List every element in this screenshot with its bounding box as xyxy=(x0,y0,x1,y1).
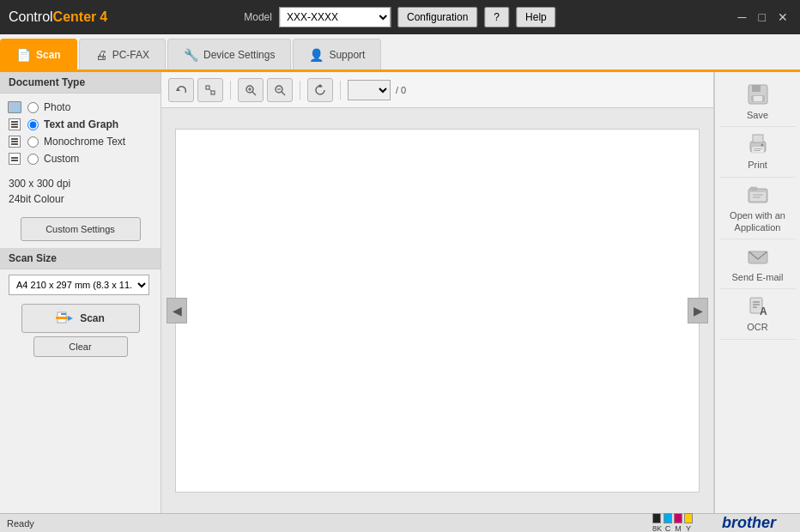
svg-point-25 xyxy=(761,144,763,147)
ink-bar-m: M xyxy=(674,513,682,532)
fit-button[interactable] xyxy=(197,78,223,102)
dpi-info: 300 x 300 dpi xyxy=(9,176,152,191)
scan-size-section: A4 210 x 297 mm (8.3 x 11.7... Scan Clea… xyxy=(0,269,161,366)
print-action-button[interactable]: Print xyxy=(720,127,796,177)
undo-button[interactable] xyxy=(168,78,194,102)
svg-line-13 xyxy=(282,92,285,95)
model-select[interactable]: XXX-XXXX xyxy=(279,7,391,27)
undo-icon xyxy=(174,83,188,97)
doc-type-text-graph-radio[interactable] xyxy=(27,119,39,130)
ocr-action-button[interactable]: A OCR xyxy=(720,289,796,339)
toolbar-sep1 xyxy=(230,81,231,100)
doc-type-text-graph[interactable]: Text and Graph xyxy=(3,116,157,133)
svg-marker-2 xyxy=(68,316,73,321)
tab-scan[interactable]: 📄 Scan xyxy=(0,39,77,70)
help-button[interactable]: Help xyxy=(516,7,556,27)
scan-button[interactable]: Scan xyxy=(21,304,140,333)
ocr-icon: A xyxy=(746,294,770,318)
fit-icon xyxy=(203,83,217,97)
svg-rect-22 xyxy=(752,147,764,153)
photo-doc-icon xyxy=(7,100,22,114)
pcfax-tab-icon: 🖨 xyxy=(95,48,107,62)
tab-support[interactable]: 👤 Support xyxy=(293,39,381,70)
ink-indicators: 8K C M Y xyxy=(652,513,693,532)
ink-label-k: 8K xyxy=(652,524,662,532)
right-panel: Save Print xyxy=(714,72,800,513)
refresh-button[interactable] xyxy=(307,78,333,102)
svg-rect-24 xyxy=(754,150,761,151)
tab-support-label: Support xyxy=(329,49,365,61)
zoom-out-button[interactable] xyxy=(267,78,293,102)
app-title: Control Center 4 xyxy=(9,9,107,25)
brother-logo: brother xyxy=(722,514,776,532)
svg-rect-28 xyxy=(750,192,766,201)
clear-button[interactable]: Clear xyxy=(33,336,128,357)
ink-level-c xyxy=(664,513,672,523)
titlebar: Control Center 4 Model XXX-XXXX Configur… xyxy=(0,0,800,34)
status-text: Ready xyxy=(7,518,34,529)
tab-device-settings-label: Device Settings xyxy=(203,49,275,61)
ink-label-c: C xyxy=(665,524,671,532)
close-button[interactable]: ✕ xyxy=(774,10,791,24)
doc-type-photo-radio[interactable] xyxy=(27,102,39,113)
scan-size-select[interactable]: A4 210 x 297 mm (8.3 x 11.7... xyxy=(9,275,149,295)
zoom-out-icon xyxy=(273,83,287,97)
email-icon xyxy=(746,245,770,269)
tab-device-settings[interactable]: 🔧 Device Settings xyxy=(167,39,291,70)
tab-pcfax[interactable]: 🖨 PC-FAX xyxy=(79,39,166,70)
svg-text:A: A xyxy=(760,305,767,317)
left-panel: Document Type Photo Text and Graph xyxy=(0,72,161,513)
question-button[interactable]: ? xyxy=(484,7,509,27)
text-graph-doc-icon xyxy=(7,118,22,131)
titlebar-controls: ─ □ ✕ xyxy=(735,10,791,24)
open-app-action-label: Open with an Application xyxy=(722,209,794,234)
doc-type-custom[interactable]: Custom xyxy=(3,150,157,167)
main-container: 📄 Scan 🖨 PC-FAX 🔧 Device Settings 👤 Supp… xyxy=(0,34,800,532)
ink-bar-k: 8K xyxy=(652,513,662,532)
doc-type-custom-label: Custom xyxy=(44,153,79,165)
nav-left-button[interactable]: ◀ xyxy=(167,298,187,323)
svg-rect-1 xyxy=(56,317,68,319)
doc-type-custom-radio[interactable] xyxy=(27,154,39,165)
preview-content xyxy=(175,129,700,493)
page-select[interactable] xyxy=(348,80,391,100)
page-count: / 0 xyxy=(396,85,406,95)
ink-level-k xyxy=(652,513,661,523)
titlebar-center: Model XXX-XXXX Configuration ? Help xyxy=(244,7,555,27)
zoom-in-icon xyxy=(244,83,258,97)
maximize-button[interactable]: □ xyxy=(755,10,769,24)
status-bar: Ready 8K C M Y brot xyxy=(0,513,800,532)
open-app-icon xyxy=(746,183,770,207)
doc-type-mono-radio[interactable] xyxy=(27,136,39,148)
scan-size-header: Scan Size xyxy=(0,248,161,269)
doc-type-photo[interactable]: Photo xyxy=(3,99,157,116)
scan-btn-icon xyxy=(56,311,75,326)
doc-type-photo-label: Photo xyxy=(44,101,70,113)
toolbar-sep3 xyxy=(340,81,341,100)
preview-canvas: ◀ ▶ xyxy=(161,108,713,513)
open-app-action-button[interactable]: Open with an Application xyxy=(720,178,796,240)
doc-type-list: Photo Text and Graph Monochrome Text xyxy=(0,94,161,172)
doc-type-mono-text[interactable]: Monochrome Text xyxy=(3,133,157,150)
support-tab-icon: 👤 xyxy=(309,48,324,62)
save-action-button[interactable]: Save xyxy=(720,77,796,127)
email-action-button[interactable]: Send E-mail xyxy=(720,239,796,289)
nav-right-button[interactable]: ▶ xyxy=(688,298,708,323)
custom-settings-button[interactable]: Custom Settings xyxy=(21,217,141,241)
ocr-action-label: OCR xyxy=(747,321,767,333)
svg-rect-17 xyxy=(752,85,761,92)
config-button[interactable]: Configuration xyxy=(397,7,477,27)
save-icon xyxy=(746,82,770,106)
model-label: Model xyxy=(244,11,272,23)
device-settings-tab-icon: 🔧 xyxy=(184,48,198,62)
zoom-in-button[interactable] xyxy=(238,78,264,102)
color-info: 24bit Colour xyxy=(9,191,152,207)
minimize-button[interactable]: ─ xyxy=(735,10,750,24)
ink-label-y: Y xyxy=(686,524,691,532)
scan-btn-label: Scan xyxy=(80,312,105,324)
ink-level-m xyxy=(674,513,682,523)
email-action-label: Send E-mail xyxy=(732,271,784,283)
ink-label-m: M xyxy=(675,524,682,532)
title-control: Control xyxy=(9,9,53,25)
refresh-icon xyxy=(313,83,327,97)
